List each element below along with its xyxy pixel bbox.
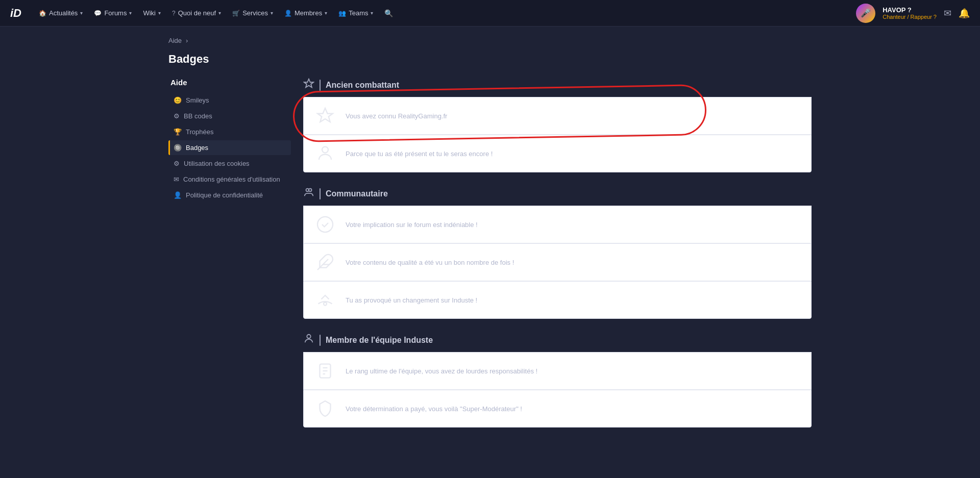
services-icon: 🛒 bbox=[232, 10, 240, 17]
user-name: HAVOP ? bbox=[883, 6, 937, 14]
breadcrumb: Aide › bbox=[168, 37, 812, 44]
question-icon: ? bbox=[172, 10, 176, 17]
main-container: Aide › Badges Aide 😊 Smileys ⚙ BB codes … bbox=[153, 27, 827, 452]
badge-text-rg: Vous avez connu RealityGaming.fr bbox=[346, 112, 447, 120]
svg-point-3 bbox=[317, 217, 333, 232]
ancien-combattant-icon bbox=[303, 78, 314, 92]
membres-icon: 👤 bbox=[284, 10, 292, 17]
navbar: iD 🏠 Actualités ▾ 💬 Forums ▾ Wiki ▾ ? Qu… bbox=[0, 0, 980, 27]
sidebar-item-cgu[interactable]: ✉ Conditions générales d'utilisation bbox=[168, 172, 291, 187]
sidebar-label-bb-codes: BB codes bbox=[184, 112, 212, 120]
nav-label-services: Services bbox=[242, 9, 268, 17]
nav-item-forums[interactable]: 💬 Forums ▾ bbox=[89, 6, 137, 20]
nav-label-wiki: Wiki bbox=[143, 9, 156, 17]
sidebar-item-trophees[interactable]: 🏆 Trophées bbox=[168, 124, 291, 139]
badge-icon-check bbox=[314, 213, 336, 236]
bell-icon[interactable]: 🔔 bbox=[959, 8, 970, 19]
badge-text-forum: Votre implication sur le forum est indén… bbox=[346, 221, 478, 229]
nav-item-membres[interactable]: 👤 Membres ▾ bbox=[279, 6, 332, 20]
badge-card-induste: Tu as provoqué un changement sur Induste… bbox=[303, 281, 812, 319]
sidebar-item-cookies[interactable]: ⚙ Utilisation des cookies bbox=[168, 156, 291, 171]
chevron-down-icon: ▾ bbox=[371, 10, 373, 16]
bb-codes-icon: ⚙ bbox=[174, 112, 180, 120]
trophees-icon: 🏆 bbox=[174, 128, 182, 136]
nav-item-actualites[interactable]: 🏠 Actualités ▾ bbox=[34, 6, 88, 20]
sidebar-label-privacy: Politique de confidentialité bbox=[186, 191, 263, 199]
svg-point-0 bbox=[322, 147, 328, 153]
brand-logo[interactable]: iD bbox=[10, 7, 21, 20]
chevron-down-icon: ▾ bbox=[271, 10, 273, 16]
section-divider bbox=[320, 188, 321, 199]
sidebar-item-smileys[interactable]: 😊 Smileys bbox=[168, 93, 291, 108]
svg-point-6 bbox=[324, 303, 327, 306]
sidebar-label-badges: Badges bbox=[186, 144, 208, 152]
user-role: Chanteur / Rappeur ? bbox=[883, 14, 937, 20]
cgu-icon: ✉ bbox=[174, 175, 179, 183]
chevron-down-icon: ▾ bbox=[80, 10, 83, 16]
nav-label-membres: Membres bbox=[295, 9, 322, 17]
search-button[interactable]: 🔍 bbox=[379, 6, 398, 20]
badge-icon-person bbox=[314, 142, 336, 165]
nav-label-teams: Teams bbox=[349, 9, 368, 17]
annotation-wrapper: Vous avez connu RealityGaming.fr Parce q… bbox=[303, 97, 812, 172]
section-header-ancien-combattant: Ancien combattant bbox=[303, 78, 812, 92]
smileys-icon: 😊 bbox=[174, 96, 182, 104]
page-title: Badges bbox=[168, 53, 812, 66]
badge-text-supermod: Votre détermination a payé, vous voilà "… bbox=[346, 405, 522, 413]
badge-icon-star bbox=[314, 105, 336, 127]
section-header-communautaire: Communautaire bbox=[303, 187, 812, 200]
badge-card-forum: Votre implication sur le forum est indén… bbox=[303, 206, 812, 243]
badge-card-supermod: Votre détermination a payé, vous voilà "… bbox=[303, 390, 812, 427]
content-layout: Aide 😊 Smileys ⚙ BB codes 🏆 Trophées 🔘 B… bbox=[168, 78, 812, 442]
breadcrumb-aide[interactable]: Aide bbox=[168, 37, 182, 44]
sidebar-label-trophees: Trophées bbox=[186, 128, 213, 136]
badge-card-contenu: Votre contenu de qualité a été vu un bon… bbox=[303, 243, 812, 281]
nav-item-services[interactable]: 🛒 Services ▾ bbox=[227, 6, 278, 20]
section-communautaire: Communautaire Votre implication sur le f… bbox=[303, 187, 812, 319]
nav-label-forums: Forums bbox=[104, 9, 127, 17]
section-title-communautaire: Communautaire bbox=[326, 189, 388, 198]
mail-icon[interactable]: ✉ bbox=[944, 8, 951, 19]
membre-equipe-icon bbox=[303, 333, 314, 347]
communautaire-icon bbox=[303, 187, 314, 200]
sidebar-item-bb-codes[interactable]: ⚙ BB codes bbox=[168, 109, 291, 123]
sidebar: Aide 😊 Smileys ⚙ BB codes 🏆 Trophées 🔘 B… bbox=[168, 78, 291, 442]
svg-point-2 bbox=[309, 189, 312, 192]
sidebar-label-smileys: Smileys bbox=[186, 96, 209, 104]
nav-items: 🏠 Actualités ▾ 💬 Forums ▾ Wiki ▾ ? Quoi … bbox=[34, 6, 856, 20]
home-icon: 🏠 bbox=[39, 10, 46, 17]
chevron-down-icon: ▾ bbox=[218, 10, 221, 16]
section-header-membre-equipe: Membre de l'équipe Induste bbox=[303, 333, 812, 347]
nav-label-quoi-de-neuf: Quoi de neuf bbox=[178, 9, 216, 17]
chevron-down-icon: ▾ bbox=[325, 10, 327, 16]
badge-text-induste: Tu as provoqué un changement sur Induste… bbox=[346, 296, 477, 304]
nav-item-wiki[interactable]: Wiki ▾ bbox=[138, 6, 166, 20]
sidebar-label-cgu: Conditions générales d'utilisation bbox=[183, 175, 280, 183]
section-divider bbox=[320, 335, 321, 346]
sidebar-item-privacy[interactable]: 👤 Politique de confidentialité bbox=[168, 188, 291, 203]
sidebar-item-badges[interactable]: 🔘 Badges bbox=[168, 140, 291, 155]
section-title-ancien-combattant: Ancien combattant bbox=[326, 81, 399, 90]
main-content: Ancien combattant Vous avez connu Realit… bbox=[303, 78, 812, 442]
avatar-emoji: 🎤 bbox=[861, 8, 871, 18]
badge-icon-info bbox=[314, 360, 336, 382]
nav-label-actualites: Actualités bbox=[49, 9, 78, 17]
chevron-down-icon: ▾ bbox=[158, 10, 161, 16]
nav-item-teams[interactable]: 👥 Teams ▾ bbox=[333, 6, 378, 20]
badge-card-present: Parce que tu as été présent et tu le ser… bbox=[303, 135, 812, 172]
nav-item-quoi-de-neuf[interactable]: ? Quoi de neuf ▾ bbox=[167, 6, 226, 20]
badge-text-contenu: Votre contenu de qualité a été vu un bon… bbox=[346, 259, 514, 266]
badge-icon-shield bbox=[314, 397, 336, 420]
cookies-icon: ⚙ bbox=[174, 160, 180, 167]
badge-text-rang: Le rang ultime de l'équipe, vous avez de… bbox=[346, 367, 537, 375]
avatar[interactable]: 🎤 bbox=[856, 4, 875, 23]
badge-icon-handshake bbox=[314, 289, 336, 311]
sidebar-label-cookies: Utilisation des cookies bbox=[184, 160, 250, 167]
user-info: HAVOP ? Chanteur / Rappeur ? bbox=[883, 6, 937, 20]
sidebar-title: Aide bbox=[168, 78, 291, 87]
chevron-down-icon: ▾ bbox=[129, 10, 132, 16]
navbar-right: 🎤 HAVOP ? Chanteur / Rappeur ? ✉ 🔔 bbox=[856, 4, 970, 23]
svg-point-7 bbox=[307, 335, 310, 338]
badge-icon-feather bbox=[314, 251, 336, 273]
section-divider bbox=[320, 80, 321, 91]
